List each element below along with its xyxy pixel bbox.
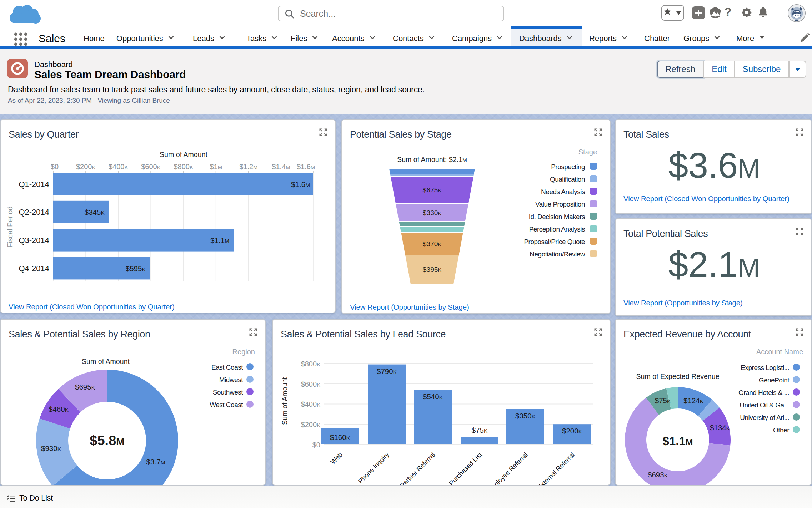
svg-text:Sum of Amount: Sum of Amount [160, 151, 208, 158]
svg-text:$675K: $675K [423, 186, 442, 194]
svg-text:$800K: $800K [301, 360, 321, 368]
svg-text:$75K: $75K [472, 426, 488, 434]
svg-text:Value Proposition: Value Proposition [535, 200, 585, 208]
svg-text:Q2-2014: Q2-2014 [19, 208, 49, 217]
svg-text:East Coast: East Coast [211, 364, 243, 371]
svg-text:Account Name: Account Name [756, 348, 803, 356]
svg-text:Midwest: Midwest [219, 376, 243, 383]
svg-text:University of Ari...: University of Ari... [740, 414, 789, 421]
svg-text:Q1-2014: Q1-2014 [19, 180, 49, 189]
svg-text:$1.4M: $1.4M [272, 163, 290, 171]
svg-text:Sum of Expected Revenue: Sum of Expected Revenue [636, 372, 719, 380]
svg-text:United Oil & Ga...: United Oil & Ga... [740, 401, 789, 409]
svg-text:$5.8M: $5.8M [90, 433, 124, 448]
svg-text:Q3-2014: Q3-2014 [19, 236, 49, 245]
svg-text:Other: Other [773, 426, 790, 434]
svg-text:Stage: Stage [578, 148, 597, 156]
svg-text:Sum of Amount: $2.1M: Sum of Amount: $2.1M [397, 156, 467, 163]
svg-text:Negotiation/Review: Negotiation/Review [530, 250, 585, 258]
svg-text:Grand Hotels & ...: Grand Hotels & ... [738, 389, 789, 396]
svg-text:$370K: $370K [423, 240, 442, 248]
svg-text:Proposal/Price Quote: Proposal/Price Quote [524, 238, 585, 245]
svg-text:$400K: $400K [301, 400, 321, 408]
svg-text:$1.2M: $1.2M [239, 163, 257, 171]
svg-text:$1M: $1M [210, 163, 222, 171]
svg-text:$400K: $400K [109, 163, 128, 171]
svg-text:Q4-2014: Q4-2014 [19, 264, 49, 273]
svg-text:Qualification: Qualification [550, 176, 585, 183]
svg-text:$0: $0 [51, 163, 59, 171]
svg-text:$1.6M: $1.6M [297, 163, 315, 171]
svg-text:$800K: $800K [174, 163, 193, 171]
svg-text:$330K: $330K [423, 209, 442, 217]
svg-text:External Referral: External Referral [536, 451, 576, 486]
svg-text:$200K: $200K [301, 421, 321, 428]
svg-text:$600K: $600K [141, 163, 161, 171]
svg-text:Express Logisti...: Express Logisti... [741, 364, 789, 371]
svg-text:GenePoint: GenePoint [759, 376, 790, 384]
svg-text:Region: Region [232, 348, 255, 356]
svg-text:Purchased List: Purchased List [447, 451, 483, 486]
svg-text:Phone Inquiry: Phone Inquiry [357, 451, 391, 485]
svg-text:$600K: $600K [301, 380, 321, 388]
svg-text:Sum of Amount: Sum of Amount [281, 377, 289, 425]
svg-text:Prospecting: Prospecting [551, 163, 585, 171]
svg-text:Web: Web [329, 451, 344, 466]
svg-text:Southwest: Southwest [213, 388, 243, 396]
svg-text:West Coast: West Coast [210, 401, 243, 408]
svg-text:Sum of Amount: Sum of Amount [82, 357, 130, 365]
svg-text:Needs Analysis: Needs Analysis [541, 188, 585, 195]
svg-text:Id. Decision Makers: Id. Decision Makers [529, 213, 585, 220]
svg-text:$1.1M: $1.1M [663, 435, 693, 448]
svg-text:$0: $0 [312, 441, 320, 449]
svg-text:Perception Analysis: Perception Analysis [529, 225, 585, 233]
svg-text:$200K: $200K [76, 163, 96, 171]
svg-text:Employee Referral: Employee Referral [485, 451, 529, 486]
svg-text:Fiscal Period: Fiscal Period [6, 206, 14, 248]
svg-text:$395K: $395K [423, 266, 442, 273]
svg-text:Partner Referral: Partner Referral [398, 451, 436, 486]
